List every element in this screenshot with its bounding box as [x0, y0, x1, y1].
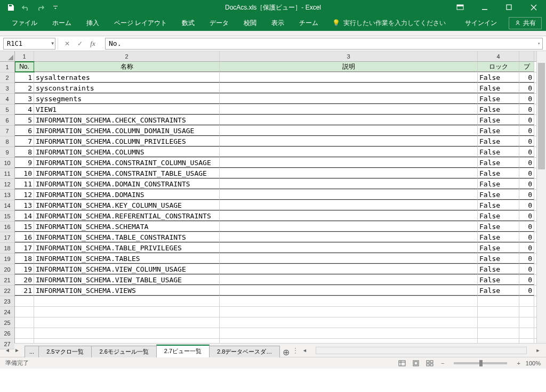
row-header[interactable]: 19: [0, 254, 14, 264]
ribbon-display-button[interactable]: [448, 0, 472, 15]
sheet-tab-more[interactable]: ...: [25, 346, 39, 357]
cell[interactable]: [220, 317, 478, 328]
cell[interactable]: [15, 328, 34, 338]
zoom-in-button[interactable]: +: [517, 360, 520, 366]
cell-name[interactable]: INFORMATION_SCHEMA.VIEW_COLUMN_USAGE: [34, 264, 220, 274]
cell-name[interactable]: syssegments: [34, 94, 220, 104]
cell-z[interactable]: 0: [519, 264, 534, 274]
row-header[interactable]: 10: [0, 158, 14, 168]
tab-formulas[interactable]: 数式: [174, 15, 202, 31]
cell[interactable]: [220, 328, 478, 338]
cell[interactable]: [34, 328, 220, 338]
cell-name[interactable]: VIEW1: [34, 104, 220, 115]
cell[interactable]: [15, 317, 34, 328]
cell-name[interactable]: sysconstraints: [34, 83, 220, 93]
undo-button[interactable]: [19, 1, 32, 14]
cell-z[interactable]: 0: [519, 168, 534, 178]
cell-lock[interactable]: False: [478, 243, 519, 253]
cell[interactable]: [519, 307, 534, 317]
row-header[interactable]: 3: [0, 83, 14, 94]
cell-no[interactable]: 11: [15, 179, 34, 189]
cell-desc[interactable]: [220, 211, 478, 221]
zoom-out-button[interactable]: −: [441, 360, 444, 366]
cell-desc[interactable]: [220, 168, 478, 178]
cell-lock[interactable]: False: [478, 83, 519, 93]
cell-z[interactable]: 0: [519, 115, 534, 125]
row-header[interactable]: 5: [0, 104, 14, 115]
cell-no[interactable]: 19: [15, 264, 34, 274]
cell-desc[interactable]: [220, 264, 478, 274]
cell-name[interactable]: INFORMATION_SCHEMA.DOMAINS: [34, 190, 220, 200]
cell-lock[interactable]: False: [478, 94, 519, 104]
cell-name[interactable]: INFORMATION_SCHEMA.CHECK_CONSTRAINTS: [34, 115, 220, 125]
cell-no[interactable]: 20: [15, 275, 34, 285]
cell-z[interactable]: 0: [519, 104, 534, 115]
vertical-scrollbar[interactable]: [536, 51, 546, 343]
row-header[interactable]: 6: [0, 115, 14, 126]
horizontal-scrollbar[interactable]: [316, 347, 527, 354]
cell-lock[interactable]: False: [478, 275, 519, 285]
view-page-break-button[interactable]: [424, 358, 436, 368]
cell-z[interactable]: 0: [519, 211, 534, 221]
cell-header-desc[interactable]: 説明: [220, 62, 478, 72]
cell[interactable]: [519, 296, 534, 306]
cell[interactable]: [478, 296, 519, 306]
cancel-formula-button[interactable]: ✕: [61, 38, 73, 50]
cell-name[interactable]: INFORMATION_SCHEMA.TABLE_CONSTRAINTS: [34, 232, 220, 242]
add-sheet-button[interactable]: ⊕: [279, 347, 292, 357]
cell[interactable]: [478, 339, 519, 343]
qat-customize-button[interactable]: [49, 1, 62, 14]
cells-area[interactable]: 1 2 3 4 No.名称説明ロックプ1sysalternatesFalse02…: [15, 51, 536, 343]
sheet-nav-prev[interactable]: ◄: [3, 346, 12, 355]
row-header[interactable]: 21: [0, 275, 14, 285]
cell-lock[interactable]: False: [478, 222, 519, 232]
sheet-tab-module[interactable]: 2.6モジュール一覧: [91, 346, 156, 357]
cell-no[interactable]: 7: [15, 136, 34, 146]
cell-name[interactable]: INFORMATION_SCHEMA.REFERENTIAL_CONSTRAIN…: [34, 211, 220, 221]
cell-desc[interactable]: [220, 285, 478, 296]
col-header-1[interactable]: 1: [15, 51, 34, 61]
cell-desc[interactable]: [220, 104, 478, 115]
cell-z[interactable]: 0: [519, 147, 534, 157]
tab-review[interactable]: 校閲: [236, 15, 264, 31]
cell-desc[interactable]: [220, 254, 478, 264]
cell[interactable]: [478, 328, 519, 338]
cell[interactable]: [34, 339, 220, 343]
enter-formula-button[interactable]: ✓: [74, 38, 86, 50]
cell-lock[interactable]: False: [478, 264, 519, 274]
cell-lock[interactable]: False: [478, 285, 519, 296]
row-header[interactable]: 20: [0, 264, 14, 275]
cell-desc[interactable]: [220, 243, 478, 253]
row-header[interactable]: 16: [0, 222, 14, 232]
cell[interactable]: [478, 307, 519, 317]
cell-header-name[interactable]: 名称: [34, 62, 220, 72]
tab-page-layout[interactable]: ページ レイアウト: [107, 15, 174, 31]
cell[interactable]: [15, 307, 34, 317]
row-header[interactable]: 23: [0, 296, 14, 307]
cell[interactable]: [34, 307, 220, 317]
cell-desc[interactable]: [220, 190, 478, 200]
row-header[interactable]: 18: [0, 243, 14, 254]
cell-desc[interactable]: [220, 115, 478, 125]
hscroll-left-icon[interactable]: ◄: [301, 347, 308, 354]
minimize-button[interactable]: [472, 0, 497, 15]
row-header[interactable]: 11: [0, 168, 14, 179]
cell-no[interactable]: 3: [15, 94, 34, 104]
tab-home[interactable]: ホーム: [45, 15, 79, 31]
close-button[interactable]: [521, 0, 546, 15]
cell[interactable]: [220, 296, 478, 306]
cell-lock[interactable]: False: [478, 200, 519, 210]
insert-function-button[interactable]: fx: [87, 38, 99, 50]
sheet-tab-macro[interactable]: 2.5マクロ一覧: [38, 346, 92, 357]
cell[interactable]: [220, 339, 478, 343]
cell-lock[interactable]: False: [478, 168, 519, 178]
cell-z[interactable]: 0: [519, 222, 534, 232]
row-header[interactable]: 17: [0, 232, 14, 243]
cell-name[interactable]: INFORMATION_SCHEMA.CONSTRAINT_COLUMN_USA…: [34, 158, 220, 168]
cell-no[interactable]: 16: [15, 232, 34, 242]
cell-lock[interactable]: False: [478, 115, 519, 125]
cell-no[interactable]: 5: [15, 115, 34, 125]
tab-view[interactable]: 表示: [264, 15, 292, 31]
cell-name[interactable]: INFORMATION_SCHEMA.TABLE_PRIVILEGES: [34, 243, 220, 253]
cell-desc[interactable]: [220, 147, 478, 157]
